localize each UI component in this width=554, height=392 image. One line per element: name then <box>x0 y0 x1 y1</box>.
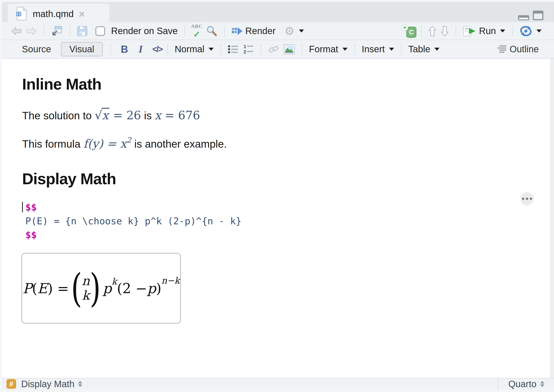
math-preview-panel: P(E) = ( n k ) pk(2 − p)n−k <box>21 253 181 324</box>
block-type-selector[interactable]: Display Math <box>21 379 74 389</box>
ellipsis-icon <box>530 198 532 200</box>
spellcheck-check-icon: ✓ <box>193 30 200 38</box>
paragraph-inline-math-2: This formula f(y) = x2 is another exampl… <box>22 137 554 152</box>
format-selector[interactable]: Quarto <box>498 378 550 390</box>
link-icon <box>268 45 279 54</box>
window-controls <box>518 11 543 21</box>
insert-image-button[interactable] <box>281 43 297 55</box>
source-mode-toggle[interactable]: Source <box>17 42 56 56</box>
forward-button[interactable] <box>24 26 39 36</box>
eq-superscript: k <box>112 276 117 287</box>
render-on-save-label: Render on Save <box>111 26 178 36</box>
render-on-save-checkbox-group[interactable]: Render on Save <box>93 25 180 37</box>
text-run: This formula <box>22 138 83 150</box>
eq-var: P <box>23 280 32 296</box>
math-var: x <box>155 109 161 122</box>
search-icon <box>206 26 217 37</box>
visual-editor-canvas[interactable]: Inline Math The solution to √x = 26 is x… <box>2 59 554 378</box>
inline-math-sqrt: √x = 26 <box>95 109 141 122</box>
find-replace-button[interactable] <box>204 25 220 38</box>
ellipsis-icon <box>526 198 528 200</box>
eq-superscript: n−k <box>161 275 179 286</box>
render-options-button[interactable]: ⚙ <box>282 24 306 38</box>
open-in-new-window-button[interactable] <box>49 25 65 38</box>
sqrt-argument: x <box>102 108 109 122</box>
rerun-button[interactable] <box>517 25 544 37</box>
separator <box>401 44 401 55</box>
eq-paren: ) <box>156 280 161 296</box>
inline-code-button[interactable]: </> <box>150 44 164 54</box>
scrollbar-gutter[interactable] <box>550 59 554 378</box>
numbered-list-button[interactable]: 1 2 <box>241 43 256 55</box>
eq-factor: (2 − <box>117 280 147 296</box>
bullet-list-button[interactable] <box>226 43 241 55</box>
image-icon <box>284 44 295 54</box>
separator <box>111 44 111 55</box>
format-menu[interactable]: Format <box>307 43 350 55</box>
italic-button[interactable]: I <box>137 43 144 55</box>
run-label: Run <box>479 26 496 36</box>
format-spinner-icon <box>540 381 544 387</box>
popout-window-icon <box>51 26 63 37</box>
table-menu[interactable]: Table <box>406 43 442 55</box>
binomial-top: n <box>82 274 90 288</box>
tab-close-icon[interactable]: × <box>79 9 85 19</box>
separator <box>70 26 70 36</box>
chevron-down-icon <box>209 48 214 51</box>
display-math-source-block[interactable]: $$ P(E) = {n \choose k} p^k (2-p)^{n - k… <box>25 200 554 242</box>
heading-inline-math: Inline Math <box>22 75 554 93</box>
spellcheck-abc-text: ABC <box>191 24 202 29</box>
main-toolbar: Render on Save ABC ✓ <box>2 22 554 40</box>
eq-equals: ) = <box>48 280 69 296</box>
paragraph-style-dropdown[interactable]: Normal <box>172 43 216 55</box>
tab-math-qmd[interactable]: math.qmd × <box>8 4 109 24</box>
plus-icon: + <box>402 24 408 31</box>
minimize-icon[interactable] <box>518 15 529 21</box>
back-button[interactable] <box>9 26 24 36</box>
math-delimiter: $$ <box>25 202 37 213</box>
rendered-equation: P(E) = ( n k ) pk(2 − p)n−k <box>23 272 179 305</box>
chevron-down-icon <box>536 29 541 33</box>
binomial-close-paren: ) <box>90 272 101 305</box>
svg-text:2: 2 <box>244 49 246 54</box>
maximize-icon[interactable] <box>533 11 543 21</box>
code-line-close: $$ <box>25 228 554 242</box>
run-previous-chunks-button[interactable] <box>426 25 439 37</box>
window-bottom-edge <box>2 390 554 392</box>
math-rhs: = 676 <box>161 109 200 122</box>
qmd-file-icon <box>16 7 27 21</box>
visual-mode-toggle[interactable]: Visual <box>61 42 103 56</box>
block-type-icon: # <box>7 379 16 389</box>
svg-text:1: 1 <box>244 44 246 49</box>
bold-button[interactable]: B <box>119 43 130 55</box>
separator <box>220 44 221 55</box>
down-triangle-icon <box>78 385 82 387</box>
run-next-chunks-button[interactable] <box>439 25 451 37</box>
render-icon <box>232 27 243 35</box>
insert-link-button[interactable] <box>266 44 281 55</box>
more-options-button[interactable] <box>520 192 534 205</box>
rstudio-source-editor-window: math.qmd × <box>2 0 554 392</box>
editor-tab-bar: math.qmd × <box>2 0 554 22</box>
down-triangle-icon <box>540 385 544 387</box>
back-arrow-icon <box>11 27 22 35</box>
binomial-column: n k <box>82 274 90 302</box>
spellcheck-button[interactable]: ABC ✓ <box>190 24 204 38</box>
render-button[interactable]: Render <box>229 25 278 37</box>
insert-chunk-button[interactable]: C + <box>402 24 416 38</box>
math-expression: f(y) = x <box>83 137 127 150</box>
eq-paren: ( <box>32 280 37 296</box>
code-line-open: $$ <box>25 200 554 214</box>
outline-icon <box>497 45 507 53</box>
separator <box>355 44 355 55</box>
separator <box>167 44 168 55</box>
run-button[interactable]: Run <box>461 25 507 37</box>
render-on-save-checkbox[interactable] <box>95 26 105 36</box>
insert-menu[interactable]: Insert <box>360 43 396 55</box>
render-label: Render <box>245 26 276 36</box>
save-button[interactable] <box>75 25 90 37</box>
block-type-spinner-icon[interactable] <box>78 381 82 387</box>
chevron-down-icon <box>434 48 440 51</box>
format-name: Quarto <box>508 379 536 389</box>
outline-toggle[interactable]: Outline <box>497 44 539 54</box>
